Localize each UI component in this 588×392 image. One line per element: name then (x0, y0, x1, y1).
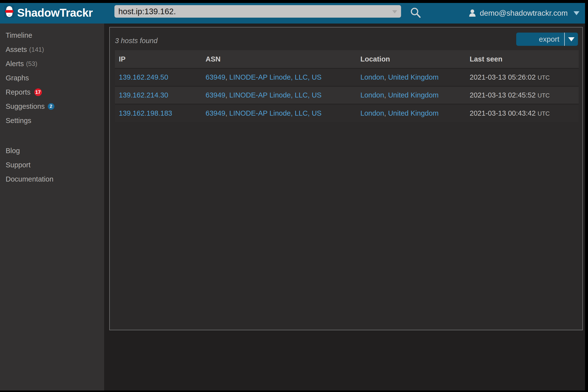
city-link[interactable]: London (360, 73, 384, 81)
results-panel: 3 hosts found export IP ASN Location (109, 27, 583, 330)
sidebar-item-graphs[interactable]: Graphs (0, 71, 104, 85)
sidebar-item-label: Graphs (6, 74, 29, 82)
export-button[interactable]: export (516, 32, 578, 46)
ip-link[interactable]: 139.162.249.50 (119, 73, 168, 81)
sidebar-item-reports[interactable]: Reports 17 (0, 85, 104, 99)
app-window: ShadowTrackr demo@shadowtrackr.com (0, 3, 585, 390)
assets-count: (141) (29, 46, 44, 54)
sidebar-item-blog[interactable]: Blog (0, 144, 104, 158)
timezone-label: UTC (538, 74, 550, 81)
reports-badge: 17 (34, 88, 42, 96)
sidebar-item-label: Documentation (6, 175, 54, 183)
ip-link[interactable]: 139.162.214.30 (119, 91, 168, 99)
timezone-label: UTC (538, 110, 550, 117)
separator: , (226, 73, 229, 81)
table-row: 139.162.198.183 63949, LINODE-AP Linode,… (115, 104, 579, 122)
asn-org-link[interactable]: LINODE-AP Linode, LLC, US (229, 91, 322, 99)
sidebar-item-label: Settings (6, 116, 31, 125)
asn-number-link[interactable]: 63949 (206, 91, 226, 99)
separator: , (384, 73, 388, 81)
sidebar-item-label: Blog (6, 147, 20, 155)
sidebar-item-label: Assets (6, 46, 27, 54)
country-link[interactable]: United Kingdom (388, 73, 438, 81)
country-link[interactable]: United Kingdom (388, 109, 438, 117)
sidebar-item-suggestions[interactable]: Suggestions 2 (0, 99, 104, 114)
sidebar: Timeline Assets (141) Alerts (53) Graphs… (0, 24, 104, 390)
ip-link[interactable]: 139.162.198.183 (119, 109, 172, 117)
account-caret-down-icon (574, 11, 580, 15)
column-header-location: Location (356, 50, 466, 68)
top-bar: ShadowTrackr demo@shadowtrackr.com (0, 3, 585, 24)
timezone-label: UTC (538, 92, 550, 99)
separator: , (384, 91, 388, 99)
hosts-table: IP ASN Location Last seen 139.162.249.50… (115, 50, 579, 122)
sidebar-item-support[interactable]: Support (0, 158, 104, 172)
column-header-last-seen: Last seen (466, 50, 579, 68)
account-email: demo@shadowtrackr.com (480, 9, 568, 18)
separator: , (384, 109, 388, 117)
country-link[interactable]: United Kingdom (388, 91, 438, 99)
search-box (114, 5, 401, 18)
sidebar-item-label: Support (6, 161, 30, 169)
export-button-label: export (516, 32, 564, 46)
export-caret-down-icon (568, 37, 574, 42)
last-seen-timestamp: 2021-03-13 02:45:52 (470, 91, 536, 99)
sidebar-item-label: Reports (6, 88, 30, 96)
helmet-icon (4, 14, 14, 18)
sidebar-item-assets[interactable]: Assets (141) (0, 42, 104, 56)
account-menu[interactable]: demo@shadowtrackr.com (469, 3, 580, 24)
search-icon[interactable] (410, 7, 422, 19)
export-dropdown-button[interactable] (564, 32, 578, 46)
table-row: 139.162.214.30 63949, LINODE-AP Linode, … (115, 86, 579, 104)
asn-org-link[interactable]: LINODE-AP Linode, LLC, US (229, 109, 322, 117)
sidebar-item-label: Alerts (6, 60, 24, 68)
city-link[interactable]: London (360, 91, 384, 99)
sidebar-item-timeline[interactable]: Timeline (0, 28, 104, 42)
user-icon (469, 9, 476, 18)
search-input[interactable] (114, 5, 401, 18)
sidebar-item-label: Suggestions (6, 102, 45, 110)
column-header-asn: ASN (202, 50, 356, 68)
sidebar-item-label: Timeline (6, 31, 32, 40)
table-row: 139.162.249.50 63949, LINODE-AP Linode, … (115, 68, 579, 86)
separator: , (226, 91, 229, 99)
sidebar-item-documentation[interactable]: Documentation (0, 172, 104, 186)
suggestions-badge: 2 (48, 103, 54, 110)
main-area: 3 hosts found export IP ASN Location (104, 24, 585, 390)
asn-number-link[interactable]: 63949 (206, 109, 226, 117)
last-seen-timestamp: 2021-03-13 05:26:02 (470, 73, 536, 81)
separator: , (226, 109, 229, 117)
sidebar-item-settings[interactable]: Settings (0, 114, 104, 128)
sidebar-item-alerts[interactable]: Alerts (53) (0, 56, 104, 71)
last-seen-timestamp: 2021-03-13 00:43:42 (470, 109, 536, 117)
table-header-row: IP ASN Location Last seen (115, 50, 579, 68)
alerts-count: (53) (26, 60, 37, 68)
brand-title: ShadowTrackr (17, 6, 92, 19)
sidebar-spacer (0, 128, 104, 144)
asn-org-link[interactable]: LINODE-AP Linode, LLC, US (229, 73, 322, 81)
column-header-ip: IP (115, 50, 202, 68)
results-summary: 3 hosts found (115, 37, 158, 45)
asn-number-link[interactable]: 63949 (206, 73, 226, 81)
city-link[interactable]: London (360, 109, 384, 117)
shadowtrackr-logo[interactable] (4, 6, 14, 18)
search-dropdown-caret-icon[interactable] (392, 10, 397, 13)
